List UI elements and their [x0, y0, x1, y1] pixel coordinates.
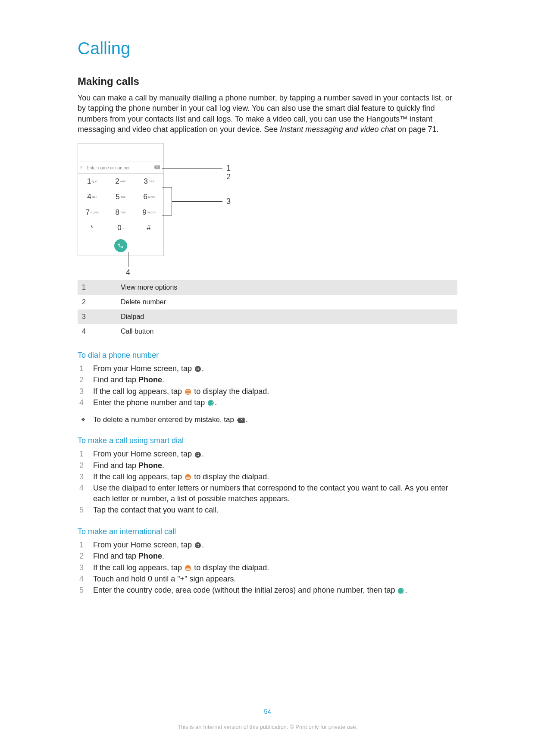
more-options-icon	[81, 166, 84, 169]
dialpad-key: 7PQRS	[78, 205, 106, 220]
dialer-screenshot: Enter name or number 1Q,O2ABC3DEF4GHI5JK…	[78, 143, 164, 256]
call-icon	[208, 400, 214, 406]
dialpad-key: 5JKL	[106, 189, 135, 205]
delx-icon	[237, 418, 245, 423]
legend-row: 4Call button	[78, 324, 457, 339]
intro-paragraph: You can make a call by manually dialling…	[78, 93, 457, 134]
callout-legend: 1View more options2Delete number3Dialpad…	[78, 280, 457, 339]
dialer-callouts: 1 2 3	[164, 143, 233, 256]
apps-icon	[195, 452, 201, 458]
procedure-steps: 1From your Home screen, tap .2Find and t…	[78, 449, 457, 515]
legend-row: 3Dialpad	[78, 309, 457, 324]
procedure-title: To dial a phone number	[78, 351, 457, 360]
legend-row: 2Delete number	[78, 295, 457, 309]
dialpad-key: 1Q,O	[78, 174, 106, 189]
page-number: 54	[0, 708, 535, 715]
dialpad-icon	[185, 565, 191, 571]
dialpad-key: 0+	[106, 220, 135, 236]
step: 3If the call log appears, tap to display…	[78, 386, 457, 397]
tip-icon	[78, 415, 93, 422]
dialpad-icon	[185, 474, 191, 480]
step: 1From your Home screen, tap .	[78, 540, 457, 550]
step: 2Find and tap Phone.	[78, 375, 457, 385]
dialpad-key: 8TUV	[106, 205, 135, 220]
dialpad: 1Q,O2ABC3DEF4GHI5JKL6MNO7PQRS8TUV9WXYZ*0…	[78, 174, 163, 236]
tip-row: To delete a number entered by mistake, t…	[78, 415, 457, 424]
page-title: Calling	[78, 39, 457, 58]
step: 1From your Home screen, tap .	[78, 363, 457, 374]
step: 5Enter the country code, area code (with…	[78, 585, 457, 595]
legend-row: 1View more options	[78, 280, 457, 295]
dialpad-key: 9WXYZ	[135, 205, 163, 220]
delete-icon	[153, 165, 161, 171]
procedure-steps: 1From your Home screen, tap .2Find and t…	[78, 363, 457, 408]
step: 1From your Home screen, tap .	[78, 449, 457, 459]
step: 4Use the dialpad to enter letters or num…	[78, 483, 457, 504]
step: 3If the call log appears, tap to display…	[78, 472, 457, 482]
dialpad-key: 3DEF	[135, 174, 163, 189]
section-heading: Making calls	[78, 75, 457, 87]
step: 2Find and tap Phone.	[78, 551, 457, 561]
call-icon	[398, 588, 404, 594]
step: 2Find and tap Phone.	[78, 460, 457, 471]
step: 5Tap the contact that you want to call.	[78, 505, 457, 515]
dialpad-key: *	[78, 220, 106, 236]
procedure-title: To make a call using smart dial	[78, 436, 457, 445]
apps-icon	[195, 542, 201, 548]
dialpad-key: 6MNO	[135, 189, 163, 205]
dialpad-icon	[185, 389, 191, 395]
dialpad-key: #	[135, 220, 163, 236]
step: 4Enter the phone number and tap .	[78, 397, 457, 408]
search-placeholder: Enter name or number	[87, 166, 130, 170]
procedure-steps: 1From your Home screen, tap .2Find and t…	[78, 540, 457, 595]
procedure-title: To make an international call	[78, 527, 457, 536]
dialpad-key: 2ABC	[106, 174, 135, 189]
call-button-icon	[114, 239, 127, 252]
step: 4Touch and hold 0 until a "+" sign appea…	[78, 574, 457, 584]
dialpad-key: 4GHI	[78, 189, 106, 205]
dialer-callout-4: 4	[78, 264, 457, 280]
step: 3If the call log appears, tap to display…	[78, 562, 457, 573]
footer-notice: This is an Internet version of this publ…	[0, 724, 535, 730]
apps-icon	[195, 366, 201, 372]
